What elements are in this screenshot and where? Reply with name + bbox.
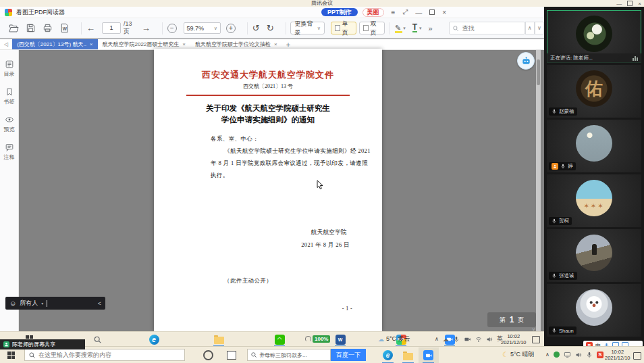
- host-start-button[interactable]: [5, 349, 17, 361]
- ppt-make-button[interactable]: PPT制作: [321, 8, 358, 16]
- participant-name: 贺柯: [559, 218, 569, 224]
- sogou-tray-icon[interactable]: S: [597, 352, 603, 358]
- participant-tile-2[interactable]: 佑 赵蒙楠: [547, 65, 641, 118]
- pdf-app-title: 看图王PDF阅读器: [16, 8, 65, 17]
- tab-close-icon[interactable]: ×: [90, 41, 93, 47]
- next-page-button[interactable]: →: [142, 23, 151, 33]
- shared-wechat-icon[interactable]: ◠: [274, 334, 285, 345]
- muted-mic-icon: [552, 218, 557, 224]
- find-next-button[interactable]: ∨: [535, 22, 544, 34]
- monitor-icon[interactable]: [564, 351, 571, 358]
- speaker-icon[interactable]: [486, 336, 493, 343]
- host-search-box[interactable]: 在这里输入你要搜索的内容: [24, 349, 185, 361]
- sidebar-item-preview[interactable]: 预览: [4, 115, 15, 133]
- text-tool-button[interactable]: T ▾: [412, 24, 422, 32]
- host-edge-icon[interactable]: e: [382, 349, 394, 361]
- participant-tile-5[interactable]: 张道诚: [547, 229, 641, 282]
- participant-tile-6[interactable]: Shaun: [547, 284, 641, 337]
- meeting-maximize-button[interactable]: [627, 1, 633, 6]
- zoom-out-button[interactable]: −: [167, 24, 177, 33]
- open-file-button[interactable]: [8, 23, 19, 34]
- pdf-minimize-button[interactable]: —: [415, 9, 422, 16]
- rotate-left-button[interactable]: ↺: [252, 23, 260, 33]
- calligraphy-avatar: 佑: [576, 70, 612, 107]
- shared-search-button[interactable]: [92, 334, 103, 345]
- double-page-toggle[interactable]: 双页: [359, 22, 385, 34]
- pdf-menu-button[interactable]: ≡: [392, 9, 396, 16]
- chat-quick-bar[interactable]: ☺ 所有人 ▾ <: [5, 297, 105, 310]
- cloud-icon: ☁: [378, 336, 384, 343]
- pdf-fullscreen-button[interactable]: ⤢: [402, 8, 408, 16]
- shared-weather-widget[interactable]: ☁ 5°C 多云: [378, 335, 410, 343]
- highlighter-button[interactable]: ✎ ▾: [395, 24, 406, 32]
- single-page-toggle[interactable]: 单页: [331, 22, 356, 34]
- find-previous-button[interactable]: ∧: [525, 22, 535, 34]
- host-meeting-icon[interactable]: [423, 349, 434, 361]
- mic-icon[interactable]: [453, 336, 460, 343]
- more-tools-button[interactable]: »: [429, 24, 433, 32]
- tab-document-2[interactable]: 航天航空学院2022届硕士研究生×: [98, 39, 190, 49]
- host-explorer-icon[interactable]: [402, 349, 414, 361]
- camera-icon[interactable]: [464, 336, 471, 343]
- meitu-button[interactable]: 美图: [363, 8, 384, 17]
- meeting-close-button[interactable]: ×: [638, 1, 641, 7]
- news-search-box[interactable]: 养母称三胎罚款多...: [247, 349, 331, 361]
- tab-collapse-button[interactable]: ◁: [4, 41, 8, 47]
- zoom-in-button[interactable]: +: [226, 24, 236, 33]
- chat-collapse-button[interactable]: <: [98, 300, 101, 307]
- tray-expand-icon[interactable]: ∧: [435, 336, 439, 342]
- assistant-floating-button[interactable]: [517, 52, 535, 70]
- change-background-dropdown-icon: ∨: [317, 26, 321, 31]
- new-tab-button[interactable]: +: [286, 41, 290, 49]
- cloud-sync-icon[interactable]: ☁: [443, 336, 449, 343]
- host-notification-icon[interactable]: [633, 352, 641, 360]
- sidebar-item-annotation[interactable]: 注释: [4, 143, 15, 161]
- emoji-button[interactable]: ☺: [9, 299, 16, 307]
- text-tool-icon: T: [412, 24, 417, 32]
- pdf-to-word-button[interactable]: [59, 23, 70, 33]
- find-box[interactable]: [449, 22, 525, 34]
- tray-expand-icon[interactable]: ∧: [545, 352, 549, 358]
- task-view-button[interactable]: [225, 349, 237, 361]
- shared-word-icon[interactable]: W: [335, 334, 346, 345]
- pdf-close-button[interactable]: ×: [442, 9, 446, 16]
- baidu-search-button[interactable]: 百度一下: [331, 349, 366, 361]
- toc-icon: [5, 59, 14, 69]
- change-background-button[interactable]: 更换背景 ∨: [290, 22, 324, 34]
- shared-explorer-icon[interactable]: [213, 334, 224, 345]
- tab-close-icon[interactable]: ×: [182, 41, 186, 47]
- save-button[interactable]: [26, 23, 36, 33]
- search-icon: [250, 352, 257, 358]
- cortana-button[interactable]: [203, 349, 214, 361]
- chat-audience-select[interactable]: 所有人: [20, 299, 38, 308]
- shared-edge-icon[interactable]: e: [149, 334, 159, 345]
- rotate-right-button[interactable]: ↻: [267, 23, 274, 33]
- wifi-icon[interactable]: [475, 336, 482, 343]
- sidebar-item-toc[interactable]: 目录: [4, 59, 15, 78]
- host-clock[interactable]: 10:022021/12/10: [605, 349, 630, 361]
- tab-document-3[interactable]: 航天航空学院硕士学位论文抽检×: [190, 39, 282, 49]
- prev-page-button[interactable]: ←: [86, 23, 95, 33]
- screen-share-banner: 陈老师的屏幕共享: [0, 339, 85, 349]
- meeting-minimize-button[interactable]: —: [616, 1, 622, 7]
- participant-tile-4[interactable]: ✶✶✶ 贺柯: [547, 174, 641, 227]
- zoom-level-select[interactable]: 59.7% ∨: [184, 22, 221, 34]
- find-input[interactable]: [461, 24, 522, 32]
- antivirus-icon[interactable]: [554, 352, 560, 358]
- speaker-icon[interactable]: [575, 352, 582, 358]
- document-scrollbar[interactable]: [536, 50, 541, 331]
- meeting-titlebar: 腾讯会议 — ×: [0, 0, 644, 7]
- page-number-input[interactable]: 1: [102, 22, 121, 34]
- pdf-restore-button[interactable]: [429, 9, 435, 15]
- host-weather-widget[interactable]: ☾ 5°C 晴朗: [502, 350, 535, 359]
- tab-document-1[interactable]: (西交航〔2021〕13号) 航天..×: [12, 39, 97, 49]
- tab-close-icon[interactable]: ×: [274, 41, 277, 47]
- print-button[interactable]: [43, 23, 53, 33]
- shared-clock[interactable]: 10:022021/12/10: [501, 334, 527, 345]
- shared-notification-icon[interactable]: [532, 336, 540, 343]
- participant-tile-3[interactable]: 婷: [547, 120, 641, 172]
- mic-icon[interactable]: [586, 352, 593, 358]
- participant-tile-1[interactable]: 正在讲话: 陈老师...: [547, 10, 641, 63]
- sidebar-item-bookmark[interactable]: 书签: [4, 87, 15, 105]
- document-scrollbar-thumb[interactable]: [537, 59, 540, 85]
